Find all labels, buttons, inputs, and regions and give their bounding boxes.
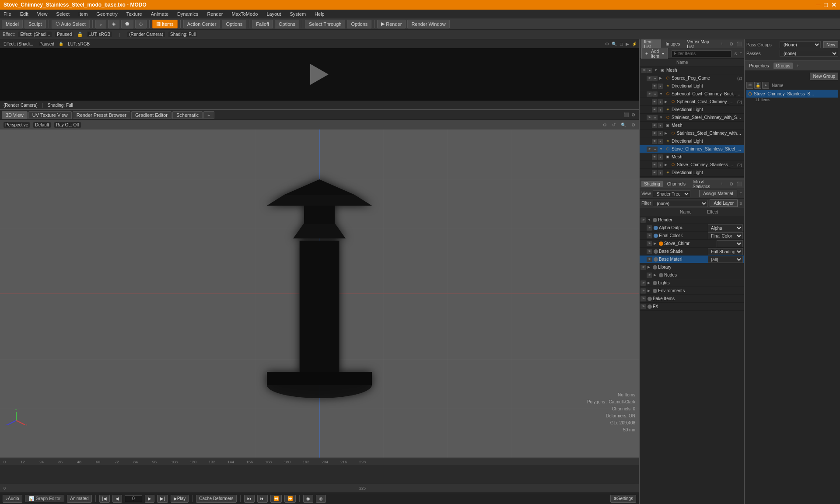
tab-3d-view[interactable]: 3D View xyxy=(2,111,28,119)
tab-uv-texture[interactable]: UV Texture View xyxy=(28,111,72,119)
select-through-btn[interactable]: Select Through xyxy=(305,20,345,28)
model-mode-btn[interactable]: Model xyxy=(2,20,23,28)
play-button[interactable] xyxy=(308,63,330,85)
shader-eye-icon[interactable]: 👁 xyxy=(640,304,646,309)
shading-icon1[interactable]: ⚙ xyxy=(729,182,733,186)
tab-add-shading[interactable]: + xyxy=(718,181,726,187)
action-center-btn[interactable]: Action Center xyxy=(183,20,220,28)
preview-icon2[interactable]: 🔍 xyxy=(612,42,617,46)
preview-icon3[interactable]: ◻ xyxy=(620,42,623,46)
list-item[interactable]: 👁 ● ▼ ⬡ Stove_Chimney_Stainless_Steel_..… xyxy=(640,145,744,153)
shader-row[interactable]: 👁 ▶ Nodes xyxy=(640,271,744,279)
shading-value[interactable]: Shading: Full xyxy=(168,32,197,37)
minimize-btn[interactable]: ─ xyxy=(816,1,821,8)
list-item[interactable]: 👁 ● ▼ ⬡ Stainless_Steel_Chimney_with_Sph… xyxy=(640,114,744,122)
render-vis-icon[interactable]: ● xyxy=(652,91,658,97)
menu-geometry[interactable]: Geometry xyxy=(94,10,119,18)
menu-item[interactable]: Item xyxy=(77,10,89,18)
next-frame-btn[interactable]: ▶| xyxy=(157,495,168,503)
render-vis-icon[interactable]: ● xyxy=(658,154,663,160)
pass-groups-select[interactable]: (None) xyxy=(780,41,821,48)
settings-btn[interactable]: ⚙ Settings xyxy=(610,495,636,503)
preview-effect[interactable]: Effect: (Shadi... xyxy=(2,41,35,47)
list-item[interactable]: 👁 ● ▼ ⬡ Spherical_Cowl_Chimney_Brick_mod… xyxy=(640,90,744,98)
list-item[interactable]: 👁 ● ▶ ⬡ Spherical_Cowl_Chimney_Brick (2) xyxy=(640,98,744,106)
ray-gl-label[interactable]: Ray GL: Off xyxy=(54,122,81,128)
timeline-body[interactable] xyxy=(0,466,639,484)
menu-maxtomodo[interactable]: MaxToModo xyxy=(230,10,259,18)
shader-eye-icon[interactable]: 👁 xyxy=(640,265,646,270)
group-render-icon[interactable]: ● xyxy=(762,82,769,89)
passes-select[interactable]: (none) xyxy=(780,50,838,57)
eye-icon[interactable]: 👁 xyxy=(652,139,657,144)
vp-reset-icon[interactable]: ↺ xyxy=(612,122,616,127)
audio-btn[interactable]: ♪ Audio xyxy=(3,495,22,503)
cache-deformers-btn[interactable]: Cache Deformers xyxy=(196,495,236,503)
shader-row[interactable]: 👁 ▶ Stove_Chimney_Stainless_... xyxy=(640,240,744,248)
render-vis-icon[interactable]: ● xyxy=(652,76,658,81)
render-vis-icon[interactable]: ● xyxy=(652,115,658,120)
auto-select-btn[interactable]: ⬡ Auto Select xyxy=(52,20,90,28)
shader-eye-icon[interactable]: 👁 xyxy=(647,257,652,262)
menu-layout[interactable]: Layout xyxy=(265,10,283,18)
render-vis-icon[interactable]: ● xyxy=(658,84,663,89)
preview-icon1[interactable]: ⚙ xyxy=(605,42,609,46)
group-lock-icon[interactable]: 🔒 xyxy=(754,82,761,89)
shader-eye-icon[interactable]: 👁 xyxy=(647,249,652,254)
render-vis-icon[interactable]: ● xyxy=(647,68,652,73)
render-btn[interactable]: ▶ Render xyxy=(377,20,406,28)
transport4-btn[interactable]: ⏩ xyxy=(284,495,296,503)
tool1-btn[interactable]: ⬦ xyxy=(95,20,106,28)
render-vis-icon[interactable]: ● xyxy=(658,99,663,105)
shading-bottom[interactable]: Shading: Full xyxy=(46,102,75,108)
list-item[interactable]: 👁 ● ▼ ▣ Mesh xyxy=(640,66,744,74)
list-item[interactable]: 👁 ● ▶ ⬡ Stove_Chimney_Stainless_Steel (2… xyxy=(640,161,744,169)
list-item[interactable]: 👁 ● ▶ ⬡ Stainless_Steel_Chimney_with_Sph… xyxy=(640,130,744,137)
shader-row[interactable]: 👁 ▼ Render xyxy=(640,216,744,224)
preview-icon4[interactable]: ▶ xyxy=(626,42,629,46)
menu-file[interactable]: File xyxy=(2,10,13,18)
pass-new-btn[interactable]: New xyxy=(823,41,838,48)
items-btn[interactable]: ▦ Items xyxy=(152,20,178,28)
menu-view[interactable]: View xyxy=(35,10,49,18)
list-item[interactable]: 👁 ● ▶ ⬡ Source_Peg_Game (2) xyxy=(640,74,744,82)
list-item[interactable]: 👁 ● ▣ Mesh xyxy=(640,122,744,130)
transport1-btn[interactable]: ⏮ xyxy=(244,495,255,503)
close-btn[interactable]: ✕ xyxy=(831,1,836,8)
vp-zoom-icon[interactable]: 🔍 xyxy=(621,122,626,127)
tab-channels[interactable]: Channels xyxy=(665,181,688,187)
filter-select[interactable]: (none) xyxy=(653,200,708,207)
alpha-effect-select[interactable]: Alpha xyxy=(708,224,743,231)
eye-icon[interactable]: 👁 xyxy=(647,147,652,152)
shader-row[interactable]: 👁 FX xyxy=(640,303,744,311)
tab-info-stats[interactable]: Info & Statistics xyxy=(690,179,716,190)
list-item[interactable]: 👁 ● ▣ Mesh xyxy=(640,153,744,161)
anim-icon2[interactable]: ◎ xyxy=(316,495,326,503)
group-item-row[interactable]: ⬡ Stove_Chimney_Stainless_S... xyxy=(746,90,838,98)
preview-lut[interactable]: LUT: sRGB xyxy=(66,41,91,47)
options1-btn[interactable]: Options xyxy=(222,20,246,28)
render-vis-icon[interactable]: ● xyxy=(658,131,663,136)
render-window-btn[interactable]: Render Window xyxy=(407,20,449,28)
list-item[interactable]: 👁 ● ☀ Directional Light xyxy=(640,137,744,145)
list-item[interactable]: 👁 ● ☀ Directional Light xyxy=(640,169,744,177)
effect-value[interactable]: Effect: (Shadi... xyxy=(18,32,52,37)
eye-icon[interactable]: 👁 xyxy=(652,123,657,128)
play-btn[interactable]: ▶ xyxy=(145,495,154,503)
item-list-icon2[interactable]: ⬛ xyxy=(737,42,742,46)
menu-dynamics[interactable]: Dynamics xyxy=(175,10,200,18)
eye-icon[interactable]: 👁 xyxy=(652,154,657,160)
final-color-effect-select[interactable]: Final Color xyxy=(708,232,743,239)
eye-icon[interactable]: 👁 xyxy=(652,162,657,168)
render-vis-icon[interactable]: ● xyxy=(658,123,663,128)
vp-settings-icon[interactable]: ⚙ xyxy=(603,122,607,127)
group-eye-icon[interactable]: 👁 xyxy=(746,82,753,89)
shading-body[interactable]: 👁 ▼ Render 👁 Alpha Output Alpha xyxy=(640,216,744,504)
shader-eye-icon[interactable]: 👁 xyxy=(647,241,652,246)
lut-value[interactable]: LUT: sRGB xyxy=(87,32,112,37)
render-vis-icon[interactable]: ● xyxy=(658,107,663,112)
add-layer-btn[interactable]: Add Layer xyxy=(710,200,738,207)
eye-icon[interactable]: 👁 xyxy=(652,170,657,175)
shader-eye-icon[interactable]: 👁 xyxy=(640,280,646,286)
sculpt-mode-btn[interactable]: Sculpt xyxy=(24,20,46,28)
